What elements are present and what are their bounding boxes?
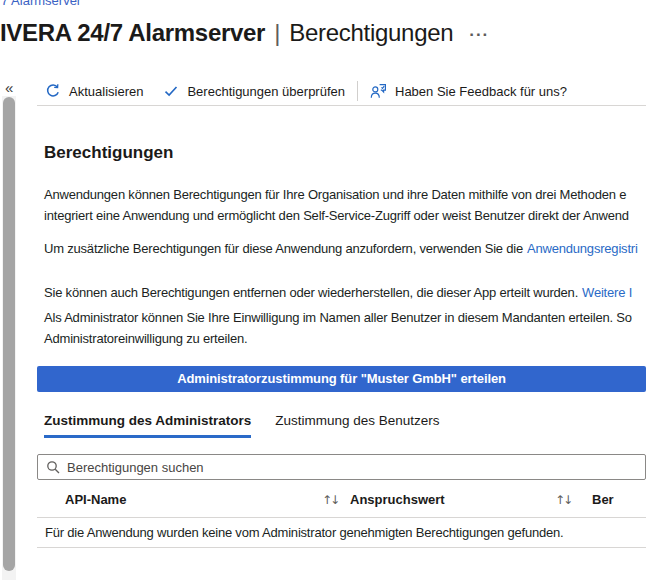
sort-icon[interactable]: ↑↓ xyxy=(555,482,571,517)
admin-line-2: Administratoreinwilligung zu erteilen. xyxy=(44,328,632,349)
column-api-name[interactable]: API-Name xyxy=(65,482,126,517)
sort-icon[interactable]: ↑↓ xyxy=(322,482,338,517)
page-heading: Berechtigungen xyxy=(44,143,173,163)
feedback-button[interactable]: Haben Sie Feedback für uns? xyxy=(370,83,567,100)
admin-consent-paragraph: Als Administrator können Sie Ihre Einwil… xyxy=(44,307,632,349)
intro-line-2: integriert eine Anwendung und ermöglicht… xyxy=(44,205,629,226)
page-title: IVERA 24/7 Alarmserver | Berechtigungen … xyxy=(0,19,646,47)
restore-paragraph: Sie können auch Berechtigungen entfernen… xyxy=(44,282,632,303)
section-name: Berechtigungen xyxy=(289,19,453,47)
feedback-icon xyxy=(370,83,387,100)
review-permissions-button[interactable]: Berechtigungen überprüfen xyxy=(163,83,345,99)
column-claim-value[interactable]: Anspruchswert xyxy=(350,482,445,517)
refresh-label: Aktualisieren xyxy=(69,84,143,99)
app-name: IVERA 24/7 Alarmserver xyxy=(0,19,265,47)
intro-line-1: Anwendungen können Berechtigungen für Ih… xyxy=(44,184,629,205)
command-bar: Aktualisieren Berechtigungen überprüfen … xyxy=(45,78,567,104)
breadcrumb[interactable]: 7 Alarmserver xyxy=(1,0,81,8)
feedback-label: Haben Sie Feedback für uns? xyxy=(395,84,567,99)
tab-user-consent[interactable]: Zustimmung des Benutzers xyxy=(275,413,439,438)
admin-line-1: Als Administrator können Sie Ihre Einwil… xyxy=(44,307,632,328)
column-permission[interactable]: Ber xyxy=(592,482,614,517)
learn-more-link[interactable]: Weitere I xyxy=(582,285,632,300)
grant-admin-consent-button[interactable]: Administratorzustimmung für "Muster GmbH… xyxy=(37,366,646,392)
search-input[interactable] xyxy=(67,460,645,475)
toolbar-separator xyxy=(37,105,646,106)
consent-tabs: Zustimmung des Administrators Zustimmung… xyxy=(44,413,440,438)
more-icon[interactable]: ··· xyxy=(469,24,489,43)
app-registration-link[interactable]: Anwendungsregistri xyxy=(527,241,638,256)
search-box[interactable] xyxy=(37,454,646,480)
request-paragraph: Um zusätzliche Berechtigungen für diese … xyxy=(44,238,638,259)
intro-paragraph: Anwendungen können Berechtigungen für Ih… xyxy=(44,184,629,226)
scrollbar-thumb[interactable] xyxy=(3,97,15,571)
table-header: API-Name ↑↓ Anspruchswert ↑↓ Ber xyxy=(37,482,646,517)
collapse-sidebar-icon[interactable]: « xyxy=(5,79,13,96)
toolbar-divider xyxy=(357,81,358,101)
refresh-icon xyxy=(45,83,61,99)
main-content: Berechtigungen Anwendungen können Berech… xyxy=(37,112,646,580)
title-separator: | xyxy=(274,19,280,47)
refresh-button[interactable]: Aktualisieren xyxy=(45,83,143,99)
restore-text: Sie können auch Berechtigungen entfernen… xyxy=(44,285,578,300)
search-icon xyxy=(46,460,60,474)
review-permissions-label: Berechtigungen überprüfen xyxy=(187,84,345,99)
request-text: Um zusätzliche Berechtigungen für diese … xyxy=(44,241,523,256)
page: 7 Alarmserver IVERA 24/7 Alarmserver | B… xyxy=(0,0,646,580)
tab-admin-consent[interactable]: Zustimmung des Administrators xyxy=(44,413,251,438)
sidebar-scrollbar[interactable] xyxy=(2,96,16,580)
checkmark-icon xyxy=(163,83,179,99)
empty-message: Für die Anwendung wurden keine vom Admin… xyxy=(45,525,564,540)
table-empty-row: Für die Anwendung wurden keine vom Admin… xyxy=(37,517,646,548)
